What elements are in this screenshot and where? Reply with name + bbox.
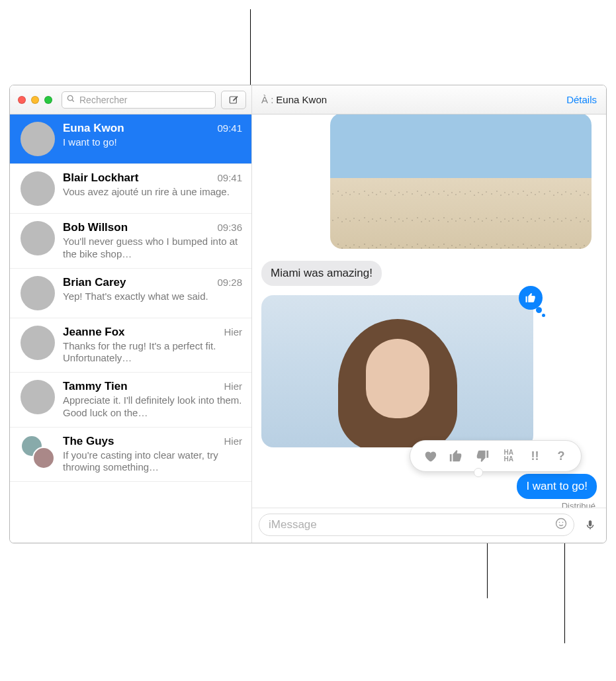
tapback-heart[interactable] (420, 446, 440, 466)
conversation-list: Euna Kwon 09:41 I want to go! Blair Lock… (10, 114, 251, 543)
conversation-time: 09:28 (217, 277, 242, 288)
tapback-menu: HA HA !! ? (410, 440, 582, 472)
conversation-item-bob-willson[interactable]: Bob Willson 09:36 You'll never guess who… (10, 214, 251, 269)
avatar (21, 171, 55, 206)
svg-point-3 (556, 519, 566, 529)
compose-button[interactable] (221, 91, 246, 109)
conversation-name: The Guys (63, 435, 114, 448)
titlebar (10, 85, 251, 114)
conversation-name: Blair Lockhart (63, 171, 138, 185)
conversation-preview: Vous avez ajouté un rire à une image. (63, 186, 242, 199)
conversation-item-the-guys[interactable]: The Guys Hier If you're casting into cle… (10, 428, 251, 482)
conversation-time: 09:41 (217, 122, 242, 134)
conversation-name: Brian Carey (63, 276, 126, 289)
message-input[interactable] (259, 514, 574, 536)
conversation-preview: You'll never guess who I bumped into at … (63, 236, 242, 261)
conversation-item-brian-carey[interactable]: Brian Carey 09:28 Yep! That's exactly wh… (10, 269, 251, 318)
conversation-header: À : Euna Kwon Détails (252, 85, 606, 114)
avatar (21, 122, 55, 156)
messages-window: Euna Kwon 09:41 I want to go! Blair Lock… (9, 85, 607, 543)
avatar (21, 276, 55, 310)
conversation-item-tammy-tien[interactable]: Tammy Tien Hier Appreciate it. I'll defi… (10, 373, 251, 428)
delivery-status: Distribué (259, 501, 599, 508)
conversation-name: Euna Kwon (63, 122, 124, 135)
close-window-button[interactable] (18, 96, 26, 104)
avatar (21, 326, 55, 360)
conversation-preview: If you're casting into clear water, try … (63, 449, 242, 475)
avatar-group (21, 435, 55, 469)
composer (252, 508, 606, 543)
sent-message[interactable]: I want to go! (517, 474, 597, 499)
tapback-exclaim[interactable]: !! (525, 446, 545, 466)
tapback-badge-thumbs-up[interactable] (519, 286, 543, 310)
conversation-name: Bob Willson (63, 221, 128, 234)
to-name: Euna Kwon (276, 94, 327, 105)
details-button[interactable]: Détails (566, 94, 597, 105)
conversation-time: Hier (224, 381, 242, 392)
incoming-message[interactable]: Miami was amazing! (261, 261, 382, 286)
conversation-preview: Appreciate it. I'll definitely look into… (63, 394, 242, 420)
conversation-name: Tammy Tien (63, 380, 128, 393)
zoom-window-button[interactable] (44, 96, 52, 104)
window-controls (15, 96, 52, 104)
avatar (21, 380, 55, 414)
conversation-name: Jeanne Fox (63, 326, 125, 339)
conversation-item-euna-kwon[interactable]: Euna Kwon 09:41 I want to go! (10, 114, 251, 164)
image-attachment-beach[interactable] (330, 114, 592, 249)
tapback-thumbs-down[interactable] (472, 446, 492, 466)
avatar (21, 221, 55, 255)
to-label: À : (261, 94, 273, 105)
conversation-preview: Thanks for the rug! It's a perfect fit. … (63, 340, 242, 365)
search-wrap (62, 91, 216, 109)
tapback-question[interactable]: ? (551, 446, 571, 466)
search-input[interactable] (62, 91, 216, 109)
emoji-picker-button[interactable] (554, 517, 568, 533)
conversation-pane: À : Euna Kwon Détails Miami was amazing! (252, 85, 606, 543)
svg-line-1 (72, 99, 74, 101)
conversation-preview: Yep! That's exactly what we said. (63, 291, 242, 303)
svg-point-4 (559, 522, 560, 523)
minimize-window-button[interactable] (31, 96, 39, 104)
svg-point-5 (562, 522, 564, 523)
svg-point-0 (67, 95, 73, 101)
conversation-preview: I want to go! (63, 136, 242, 149)
conversation-item-jeanne-fox[interactable]: Jeanne Fox Hier Thanks for the rug! It's… (10, 318, 251, 373)
conversation-time: Hier (224, 326, 242, 338)
search-icon (66, 94, 75, 106)
tapback-haha[interactable]: HA HA (499, 446, 519, 466)
image-attachment-portrait[interactable] (261, 295, 533, 447)
conversation-time: 09:36 (217, 222, 242, 233)
conversation-time: 09:41 (217, 172, 242, 183)
dictation-button[interactable] (581, 516, 599, 534)
sidebar: Euna Kwon 09:41 I want to go! Blair Lock… (10, 85, 252, 543)
message-thread: Miami was amazing! (252, 114, 606, 508)
conversation-time: Hier (224, 435, 242, 447)
conversation-item-blair-lockhart[interactable]: Blair Lockhart 09:41 Vous avez ajouté un… (10, 164, 251, 214)
image-attachment-portrait-wrap (261, 295, 533, 447)
tapback-thumbs-up[interactable] (446, 446, 466, 466)
